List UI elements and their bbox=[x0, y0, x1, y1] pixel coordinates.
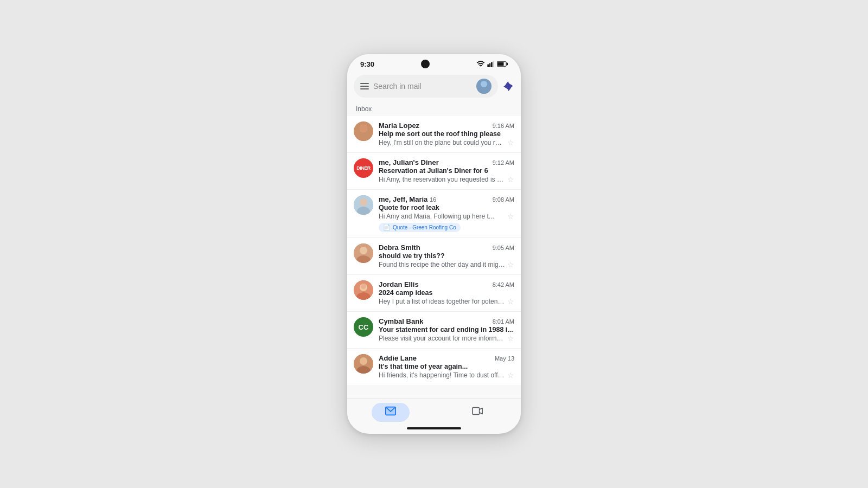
email-subject: Help me sort out the roof thing please bbox=[379, 130, 514, 138]
email-time: 8:01 AM bbox=[493, 318, 514, 325]
mail-icon bbox=[385, 405, 397, 420]
email-preview-row: Please visit your account for more infor… bbox=[379, 334, 514, 343]
star-icon[interactable]: ☆ bbox=[507, 297, 514, 306]
svg-rect-2 bbox=[489, 63, 491, 67]
email-content: me, Julian's Diner 9:12 AM Reservation a… bbox=[379, 158, 514, 184]
email-item[interactable]: Debra Smith 9:05 AM should we try this??… bbox=[347, 238, 521, 275]
camera-dot bbox=[421, 60, 430, 68]
battery-icon bbox=[497, 61, 508, 67]
email-list: Maria Lopez 9:16 AM Help me sort out the… bbox=[347, 116, 521, 398]
phone-frame: 9:30 bbox=[347, 54, 521, 434]
email-preview-row: Hi friends, it's happening! Time to dust… bbox=[379, 371, 514, 380]
svg-rect-6 bbox=[497, 62, 503, 66]
svg-point-24 bbox=[360, 357, 367, 365]
bottom-nav bbox=[347, 398, 521, 424]
email-sender: Addie Lane bbox=[379, 354, 417, 362]
svg-point-8 bbox=[481, 81, 487, 87]
star-icon[interactable]: ☆ bbox=[507, 212, 514, 221]
email-time: 9:05 AM bbox=[493, 245, 514, 251]
email-header: Cymbal Bank 8:01 AM bbox=[379, 317, 514, 325]
inbox-label: Inbox bbox=[347, 103, 521, 116]
email-item[interactable]: CC Cymbal Bank 8:01 AM Your statement fo… bbox=[347, 312, 521, 349]
email-preview-row: Hey, I'm still on the plane but could yo… bbox=[379, 138, 514, 147]
avatar: CC bbox=[354, 317, 373, 337]
email-header: me, Jeff, Maria 16 9:08 AM bbox=[379, 195, 514, 203]
search-bar-row: Search in mail bbox=[347, 70, 521, 103]
avatar bbox=[354, 280, 373, 300]
svg-rect-28 bbox=[473, 408, 480, 415]
email-preview-row: Found this recipe the other day and it m… bbox=[379, 260, 514, 269]
star-icon[interactable]: ☆ bbox=[507, 371, 514, 380]
email-preview: Found this recipe the other day and it m… bbox=[379, 261, 505, 268]
signal-icon bbox=[487, 61, 495, 67]
search-bar[interactable]: Search in mail bbox=[354, 75, 498, 98]
email-content: Cymbal Bank 8:01 AM Your statement for c… bbox=[379, 317, 514, 343]
user-avatar[interactable] bbox=[476, 79, 492, 94]
hamburger-icon[interactable] bbox=[360, 83, 369, 89]
svg-rect-3 bbox=[491, 62, 493, 67]
svg-point-22 bbox=[361, 284, 366, 289]
email-subject: Quote for roof leak bbox=[379, 204, 514, 211]
email-content: Addie Lane May 13 It's that time of year… bbox=[379, 354, 514, 380]
nav-mail[interactable] bbox=[372, 403, 410, 422]
star-icon[interactable]: ☆ bbox=[507, 260, 514, 269]
email-sender: me, Julian's Diner bbox=[379, 158, 439, 166]
email-subject: Your statement for card ending in 1988 i… bbox=[379, 326, 514, 333]
svg-point-12 bbox=[360, 125, 367, 132]
star-icon[interactable]: ☆ bbox=[507, 138, 514, 147]
email-sender: me, Jeff, Maria 16 bbox=[379, 195, 436, 203]
status-bar: 9:30 bbox=[347, 54, 521, 70]
email-sender: Jordan Ellis bbox=[379, 280, 419, 288]
svg-point-14 bbox=[360, 198, 367, 206]
email-header: Addie Lane May 13 bbox=[379, 354, 514, 362]
svg-rect-4 bbox=[493, 61, 494, 67]
email-subject: Reservation at Julian's Diner for 6 bbox=[379, 167, 514, 175]
email-preview: Hey I put a list of ideas together for p… bbox=[379, 298, 505, 305]
email-time: 9:16 AM bbox=[493, 123, 514, 129]
email-preview-row: Hi Amy, the reservation you requested is… bbox=[379, 175, 514, 184]
avatar bbox=[354, 354, 373, 374]
avatar: DINER bbox=[354, 158, 373, 178]
email-preview-row: Hey I put a list of ideas together for p… bbox=[379, 297, 514, 306]
status-icons bbox=[476, 61, 508, 67]
email-time: 9:12 AM bbox=[493, 159, 514, 166]
avatar bbox=[354, 243, 373, 263]
home-indicator bbox=[407, 427, 461, 429]
attachment-chip[interactable]: 📄 Quote - Green Roofing Co bbox=[379, 223, 461, 232]
email-sender: Debra Smith bbox=[379, 243, 420, 252]
wifi-icon bbox=[476, 61, 485, 67]
status-time: 9:30 bbox=[360, 60, 374, 68]
email-subject: should we try this?? bbox=[379, 252, 514, 260]
gemini-button[interactable] bbox=[502, 80, 514, 92]
star-icon[interactable]: ☆ bbox=[507, 175, 514, 184]
email-item[interactable]: me, Jeff, Maria 16 9:08 AM Quote for roo… bbox=[347, 190, 521, 238]
meet-icon bbox=[471, 405, 483, 420]
email-content: Maria Lopez 9:16 AM Help me sort out the… bbox=[379, 121, 514, 147]
svg-point-0 bbox=[480, 67, 482, 67]
svg-point-9 bbox=[478, 88, 489, 94]
avatar bbox=[354, 195, 373, 215]
search-input-placeholder[interactable]: Search in mail bbox=[373, 82, 472, 91]
svg-point-17 bbox=[360, 247, 367, 254]
email-preview-row: Hi Amy and Maria, Following up here t...… bbox=[379, 212, 514, 221]
email-content: Debra Smith 9:05 AM should we try this??… bbox=[379, 243, 514, 269]
email-header: Jordan Ellis 8:42 AM bbox=[379, 280, 514, 288]
email-item[interactable]: Maria Lopez 9:16 AM Help me sort out the… bbox=[347, 116, 521, 153]
email-subject: 2024 camp ideas bbox=[379, 289, 514, 297]
email-content: me, Jeff, Maria 16 9:08 AM Quote for roo… bbox=[379, 195, 514, 232]
email-preview: Hi Amy and Maria, Following up here t... bbox=[379, 213, 505, 220]
email-item[interactable]: Addie Lane May 13 It's that time of year… bbox=[347, 349, 521, 385]
nav-meet[interactable] bbox=[458, 403, 496, 422]
svg-rect-1 bbox=[487, 65, 489, 67]
email-item[interactable]: DINER me, Julian's Diner 9:12 AM Reserva… bbox=[347, 153, 521, 190]
email-sender: Maria Lopez bbox=[379, 121, 419, 130]
svg-rect-7 bbox=[507, 63, 508, 65]
email-header: me, Julian's Diner 9:12 AM bbox=[379, 158, 514, 166]
email-subject: It's that time of year again... bbox=[379, 363, 514, 370]
email-time: May 13 bbox=[495, 355, 514, 362]
email-item[interactable]: Jordan Ellis 8:42 AM 2024 camp ideas Hey… bbox=[347, 275, 521, 312]
star-icon[interactable]: ☆ bbox=[507, 334, 514, 343]
email-header: Debra Smith 9:05 AM bbox=[379, 243, 514, 252]
email-header: Maria Lopez 9:16 AM bbox=[379, 121, 514, 130]
email-preview: Hey, I'm still on the plane but could yo… bbox=[379, 139, 505, 146]
